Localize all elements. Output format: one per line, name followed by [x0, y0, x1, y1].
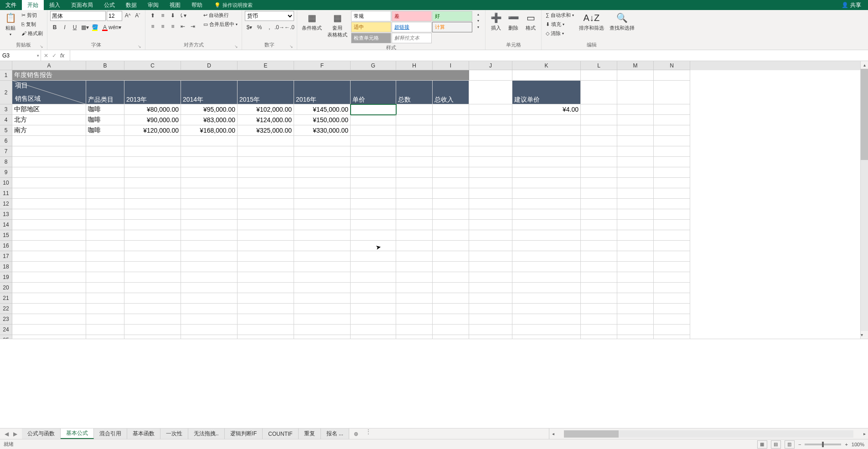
cell-I23[interactable] [433, 314, 469, 325]
cell-M14[interactable] [617, 220, 654, 230]
cell-E9[interactable] [238, 167, 294, 178]
cell-E8[interactable] [238, 157, 294, 167]
cell-H7[interactable] [396, 146, 433, 157]
cell-A12[interactable] [12, 199, 86, 209]
cell-E12[interactable] [238, 199, 294, 209]
cell-D21[interactable] [181, 293, 238, 304]
cell-N1[interactable] [654, 70, 690, 81]
cell-K24[interactable] [512, 325, 581, 335]
cell-K21[interactable] [512, 293, 581, 304]
column-header-N[interactable]: N [654, 61, 690, 70]
cell-F17[interactable] [294, 251, 351, 262]
cell-I16[interactable] [433, 241, 469, 251]
zoom-slider[interactable] [805, 444, 841, 445]
cell-H11[interactable] [396, 188, 433, 199]
cell-N18[interactable] [654, 262, 690, 272]
style-explanatory[interactable]: 解释性文本 [392, 33, 432, 43]
font-name-combo[interactable] [50, 11, 106, 21]
cell-J5[interactable] [469, 125, 512, 136]
cell-B25[interactable] [86, 335, 124, 339]
cell-I18[interactable] [433, 262, 469, 272]
sheet-tab-3[interactable]: 基本函数 [127, 428, 160, 439]
cell-L18[interactable] [581, 262, 617, 272]
autosum-button[interactable]: ∑自动求和▾ [544, 11, 575, 19]
cell-J15[interactable] [469, 230, 512, 241]
cell-K2[interactable]: 建议单价 [512, 81, 581, 104]
cell-L6[interactable] [581, 136, 617, 146]
cell-M9[interactable] [617, 167, 654, 178]
cell-J17[interactable] [469, 251, 512, 262]
cell-E16[interactable] [238, 241, 294, 251]
align-right-button[interactable]: ≡ [168, 22, 177, 31]
cell-L19[interactable] [581, 272, 617, 283]
cell-H12[interactable] [396, 199, 433, 209]
cell-C18[interactable] [124, 262, 181, 272]
cell-M4[interactable] [617, 115, 654, 125]
cell-G9[interactable] [351, 167, 396, 178]
cell-J12[interactable] [469, 199, 512, 209]
cell-J4[interactable] [469, 115, 512, 125]
cell-K8[interactable] [512, 157, 581, 167]
cell-B24[interactable] [86, 325, 124, 335]
cell-N12[interactable] [654, 199, 690, 209]
cell-C20[interactable] [124, 283, 181, 293]
format-painter-button[interactable]: 🖌格式刷 [20, 29, 44, 37]
format-cells-button[interactable]: ▭格式 [523, 11, 538, 32]
cell-A21[interactable] [12, 293, 86, 304]
dialog-launcher-icon[interactable]: ↘ [40, 44, 43, 49]
cell-C8[interactable] [124, 157, 181, 167]
fx-icon[interactable]: fx [60, 52, 64, 59]
row-header-5[interactable]: 5 [0, 125, 12, 136]
cell-L23[interactable] [581, 314, 617, 325]
vertical-scrollbar[interactable]: ▴ ▾ [860, 61, 868, 339]
row-header-4[interactable]: 4 [0, 115, 12, 125]
cell-J2[interactable] [469, 81, 512, 104]
cell-K13[interactable] [512, 209, 581, 220]
cell-G17[interactable] [351, 251, 396, 262]
cell-K12[interactable] [512, 199, 581, 209]
decrease-decimal-button[interactable]: ←.0 [285, 23, 294, 32]
cell-H5[interactable] [396, 125, 433, 136]
cell-G7[interactable] [351, 146, 396, 157]
cell-G19[interactable] [351, 272, 396, 283]
cell-A7[interactable] [12, 146, 86, 157]
cell-N20[interactable] [654, 283, 690, 293]
comma-button[interactable]: , [265, 23, 274, 32]
border-button[interactable]: ▦▾ [80, 23, 89, 32]
cell-M17[interactable] [617, 251, 654, 262]
select-all-corner[interactable] [0, 61, 12, 70]
cell-C10[interactable] [124, 178, 181, 188]
column-header-M[interactable]: M [617, 61, 654, 70]
tab-formulas[interactable]: 公式 [98, 0, 120, 10]
cell-C5[interactable]: ¥120,000.00 [124, 125, 181, 136]
wrap-text-button[interactable]: ↩自动换行 [202, 11, 239, 19]
cell-A15[interactable] [12, 230, 86, 241]
phonetic-button[interactable]: wén▾ [110, 23, 119, 32]
cell-I9[interactable] [433, 167, 469, 178]
cell-H23[interactable] [396, 314, 433, 325]
cell-C22[interactable] [124, 304, 181, 314]
cell-J9[interactable] [469, 167, 512, 178]
cell-G25[interactable] [351, 335, 396, 339]
cell-L20[interactable] [581, 283, 617, 293]
cell-E15[interactable] [238, 230, 294, 241]
cut-button[interactable]: ✂剪切 [20, 11, 44, 19]
new-sheet-button[interactable]: ⊕ [349, 428, 363, 439]
cell-F9[interactable] [294, 167, 351, 178]
cell-B2[interactable]: 产品类目 [86, 81, 124, 104]
cell-B21[interactable] [86, 293, 124, 304]
row-header-1[interactable]: 1 [0, 70, 12, 81]
normal-view-button[interactable]: ▦ [757, 440, 767, 449]
cell-C16[interactable] [124, 241, 181, 251]
cell-N19[interactable] [654, 272, 690, 283]
cell-D17[interactable] [181, 251, 238, 262]
cell-C15[interactable] [124, 230, 181, 241]
increase-decimal-button[interactable]: .0→ [275, 23, 284, 32]
cell-L24[interactable] [581, 325, 617, 335]
cell-F14[interactable] [294, 220, 351, 230]
cell-K3[interactable]: ¥4.00 [512, 104, 581, 115]
cell-I24[interactable] [433, 325, 469, 335]
cell-F23[interactable] [294, 314, 351, 325]
sheet-tab-4[interactable]: 一次性 [160, 428, 188, 439]
align-center-button[interactable]: ≡ [158, 22, 167, 31]
